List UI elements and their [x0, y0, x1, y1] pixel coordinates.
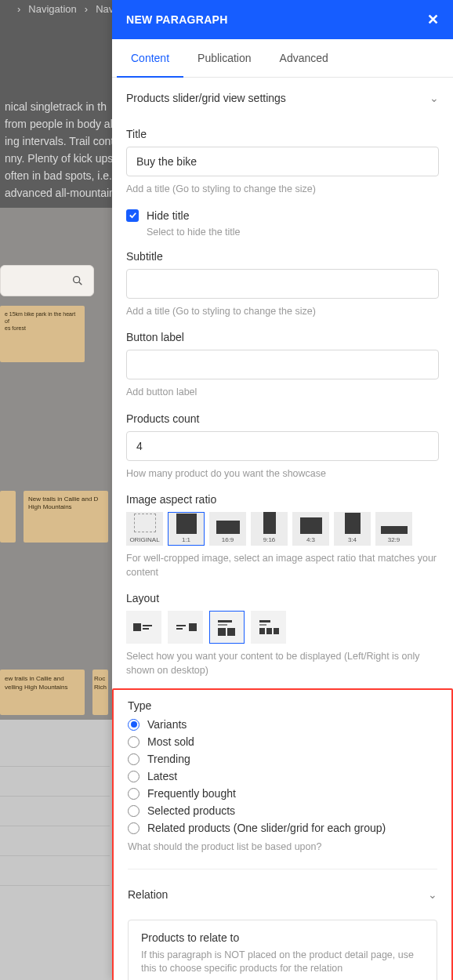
svg-rect-11 — [227, 628, 235, 636]
button-label-input[interactable] — [126, 350, 439, 379]
side-panel: NEW PARAGRAPH ✕ Content Publication Adva… — [112, 0, 453, 980]
count-input[interactable] — [126, 431, 439, 461]
ratio-options: ORIGINAL 1:1 16:9 9:16 4:3 3:4 32:9 — [126, 512, 439, 546]
layout-left[interactable] — [126, 611, 161, 644]
layout-list[interactable] — [209, 611, 245, 644]
bg-card: New trails in Callie and D High Mountain… — [24, 491, 108, 543]
radio-icon — [128, 805, 140, 817]
radio-icon — [128, 788, 140, 800]
title-input[interactable] — [126, 147, 439, 176]
title-hint: Add a title (Go to styling to change the… — [126, 183, 439, 197]
ratio-hint: For well-cropped image, select an image … — [126, 552, 439, 579]
type-option-label: Related products (One slider/grid for ea… — [147, 822, 386, 834]
type-hint: What should the product list be based up… — [128, 840, 437, 855]
tabs: Content Publication Advanced — [112, 39, 453, 78]
title-label: Title — [126, 128, 439, 140]
ratio-label: Image aspect ratio — [126, 493, 439, 506]
subtitle-label: Subtitle — [126, 250, 439, 263]
svg-point-0 — [74, 277, 80, 283]
count-hint: How many product do you want the showcas… — [126, 467, 439, 481]
type-option-label: Trending — [147, 753, 190, 765]
radio-icon — [128, 771, 140, 782]
bg-text: nical singletrack in th from people in b… — [0, 98, 122, 201]
radio-icon — [128, 736, 140, 748]
svg-rect-4 — [143, 628, 149, 630]
relation-heading: Relation — [128, 888, 168, 901]
hide-title-checkbox[interactable] — [126, 209, 139, 222]
svg-line-1 — [79, 282, 82, 285]
hide-title-label: Hide title — [147, 209, 189, 222]
bg-card: e 15km bike park in the heart of es fore… — [0, 306, 85, 362]
layout-hint: Select how you want your content to be d… — [126, 650, 439, 677]
search-icon — [71, 274, 84, 287]
svg-rect-9 — [218, 624, 227, 626]
svg-rect-15 — [266, 628, 272, 634]
button-label-label: Button label — [126, 331, 439, 343]
radio-icon — [128, 753, 140, 765]
type-option[interactable]: Selected products — [128, 804, 437, 817]
tab-publication[interactable]: Publication — [183, 39, 266, 77]
close-icon[interactable]: ✕ — [427, 11, 439, 28]
ratio-32-9[interactable]: 32:9 — [375, 512, 412, 546]
layout-right[interactable] — [168, 611, 203, 644]
hide-title-hint: Select to hide the title — [147, 227, 439, 238]
search-input[interactable] — [0, 265, 94, 296]
type-label: Type — [128, 699, 437, 712]
layout-options — [126, 611, 439, 644]
relation-box-desc: If this paragraph is NOT placed on the p… — [141, 949, 424, 976]
svg-rect-10 — [218, 628, 226, 636]
radio-icon — [128, 719, 140, 731]
svg-rect-14 — [259, 628, 265, 634]
breadcrumb: ›Navigation›Nav — [17, 3, 114, 15]
ratio-3-4[interactable]: 3:4 — [334, 512, 371, 546]
type-option-label: Most sold — [147, 735, 194, 748]
type-option[interactable]: Most sold — [128, 735, 437, 748]
bg-card: ew trails in Callie and velling High Mou… — [0, 670, 85, 715]
svg-rect-7 — [176, 628, 183, 630]
chevron-down-icon: ⌄ — [428, 888, 437, 901]
type-option[interactable]: Related products (One slider/grid for ea… — [128, 822, 437, 834]
ratio-4-3[interactable]: 4:3 — [292, 512, 329, 546]
type-option-label: Frequently bought — [147, 787, 236, 800]
svg-rect-6 — [176, 625, 186, 626]
chevron-down-icon: ⌄ — [429, 92, 439, 104]
svg-rect-16 — [274, 628, 279, 634]
ratio-16-9[interactable]: 16:9 — [209, 512, 246, 546]
relation-box-title: Products to relate to — [141, 931, 424, 944]
layout-grid[interactable] — [251, 611, 286, 644]
radio-icon — [128, 822, 140, 834]
type-option[interactable]: Frequently bought — [128, 787, 437, 800]
check-icon — [129, 211, 137, 220]
type-option[interactable]: Trending — [128, 753, 437, 765]
relation-box: Products to relate to If this paragraph … — [128, 920, 437, 981]
subtitle-hint: Add a title (Go to styling to change the… — [126, 305, 439, 319]
panel-header: NEW PARAGRAPH ✕ — [112, 0, 453, 39]
ratio-1-1[interactable]: 1:1 — [168, 512, 205, 546]
bg-card: Roc Rich — [92, 670, 108, 715]
panel-title: NEW PARAGRAPH — [126, 13, 228, 26]
section-toggle[interactable]: Products slider/grid view settings ⌄ — [126, 78, 439, 115]
ratio-original[interactable]: ORIGINAL — [126, 512, 163, 546]
tab-content[interactable]: Content — [117, 39, 183, 77]
tab-advanced[interactable]: Advanced — [266, 39, 342, 77]
highlighted-area: Type VariantsMost soldTrendingLatestFreq… — [112, 688, 453, 980]
type-option[interactable]: Variants — [128, 718, 437, 731]
layout-label: Layout — [126, 592, 439, 604]
ratio-9-16[interactable]: 9:16 — [251, 512, 288, 546]
type-option-label: Selected products — [147, 804, 235, 817]
type-option-label: Latest — [147, 770, 177, 782]
relation-toggle[interactable]: Relation ⌄ — [128, 869, 437, 912]
type-option-label: Variants — [147, 718, 187, 731]
type-option[interactable]: Latest — [128, 770, 437, 782]
button-label-hint: Add button label — [126, 386, 439, 400]
svg-rect-12 — [259, 620, 270, 622]
svg-rect-2 — [133, 623, 141, 631]
svg-rect-13 — [259, 624, 266, 626]
section-title: Products slider/grid view settings — [126, 92, 286, 104]
subtitle-input[interactable] — [126, 269, 439, 299]
count-label: Products count — [126, 412, 439, 425]
svg-rect-5 — [189, 623, 197, 631]
svg-rect-3 — [143, 625, 152, 626]
svg-rect-8 — [218, 620, 232, 622]
bg-card — [0, 491, 16, 543]
